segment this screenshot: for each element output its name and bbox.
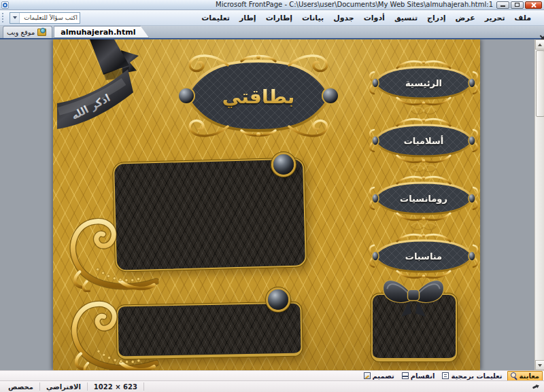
nav-label: رومانسيات (400, 194, 447, 204)
menu-help[interactable]: تعليمات (197, 12, 235, 24)
view-preview-label: معاينة (520, 372, 540, 380)
minimize-icon (500, 5, 505, 7)
document-tab-bar: موقع ويب almuhajerah.html (0, 26, 544, 39)
site-title-text: بطاقتي (222, 86, 294, 108)
side-gem (469, 251, 475, 261)
close-icon (530, 2, 537, 8)
nav-button-romansiyat[interactable]: رومانسيات (367, 175, 480, 221)
side-gem (372, 194, 379, 203)
side-gem (469, 136, 475, 145)
menu-window[interactable]: إطار (235, 12, 261, 24)
side-gem (372, 78, 379, 88)
view-preview-button[interactable]: معاينة (507, 371, 543, 381)
design-view-icon (364, 372, 371, 379)
status-bar: مخصص الافتراضي 1022 × 623 (0, 380, 544, 392)
magnifier-icon (511, 372, 517, 379)
menu-data[interactable]: بيانات (297, 12, 328, 24)
gold-flourish-ornament (61, 285, 162, 370)
close-button[interactable] (525, 1, 542, 9)
view-split-label: انقسام (411, 372, 435, 380)
gift-bow (378, 269, 449, 319)
help-search-box (10, 12, 80, 24)
menu-tools[interactable]: أدوات (359, 12, 390, 24)
window-title: Microsoft FrontPage - C:\Users\user\Docu… (216, 0, 496, 10)
page-preview-canvas: اذكر الله بطاقتي (53, 39, 480, 370)
arrow-up-icon (538, 43, 542, 46)
restore-icon (515, 3, 520, 7)
arrow-down-icon (538, 364, 542, 367)
menu-format[interactable]: تنسيق (390, 12, 422, 24)
view-design-button[interactable]: تصميم (361, 372, 397, 380)
nav-button-home[interactable]: الرئيسية (367, 60, 480, 106)
tab-web-site-label: موقع ويب (7, 29, 35, 36)
gold-motif (407, 105, 441, 117)
menu-edit[interactable]: تحرير (480, 12, 510, 24)
scrollbar-thumb[interactable] (536, 50, 544, 117)
tab-page-label: almuhajerah.html (61, 28, 135, 37)
menu-insert[interactable]: إدراج (422, 12, 450, 24)
nav-label: مناسبات (405, 251, 442, 262)
view-mode-bar: تصميم انقسام تعليمات برمجية معاينة (0, 370, 544, 380)
help-search-dropdown-button[interactable] (10, 13, 20, 23)
web-site-icon (37, 29, 46, 36)
view-code-button[interactable]: تعليمات برمجية (439, 372, 505, 380)
nav-label: الرئيسية (405, 78, 442, 88)
side-gem (372, 136, 379, 145)
view-split-button[interactable]: انقسام (399, 372, 438, 380)
status-default: الافتراضي (40, 382, 88, 391)
tab-web-site[interactable]: موقع ويب (3, 26, 52, 38)
pearl-orb (268, 289, 288, 310)
pearl-orb (273, 154, 294, 175)
side-gem (372, 251, 379, 261)
window-controls (496, 1, 544, 9)
menu-table[interactable]: جدول (328, 12, 359, 24)
status-edit-icon (532, 384, 539, 390)
scroll-down-button[interactable] (535, 360, 544, 370)
nav-button-islamiyat[interactable]: أسلاميات (367, 118, 480, 164)
scroll-up-button[interactable] (535, 39, 544, 50)
gold-flourish-ornament (60, 202, 162, 292)
tab-almuhajerah-html[interactable]: almuhajerah.html (54, 26, 149, 38)
chevron-down-icon (13, 16, 17, 19)
menu-frames[interactable]: إطارات (261, 12, 297, 24)
side-gem (469, 78, 475, 88)
pearl-gem (178, 88, 194, 104)
site-title-plaque: بطاقتي (177, 52, 340, 140)
frontpage-app-icon[interactable] (1, 1, 9, 9)
vertical-scrollbar[interactable] (534, 39, 544, 370)
minimize-button[interactable] (496, 1, 509, 9)
help-search-input[interactable] (20, 13, 80, 23)
restore-button[interactable] (511, 1, 524, 9)
nav-label: أسلاميات (404, 135, 443, 146)
frontpage-window: { "window": { "title": "Microsoft FrontP… (0, 0, 544, 392)
gold-motif (407, 162, 441, 175)
document-area: اذكر الله بطاقتي (0, 39, 544, 370)
split-view-icon (402, 372, 409, 379)
status-custom: مخصص (2, 382, 40, 391)
toolbar-grip-handle[interactable] (1, 12, 5, 23)
title-bar: Microsoft FrontPage - C:\Users\user\Docu… (0, 0, 544, 10)
view-code-label: تعليمات برمجية (451, 372, 502, 380)
status-page-size[interactable]: 1022 × 623 (88, 382, 144, 391)
menu-view[interactable]: عرض (451, 12, 480, 24)
menu-bar: ملف تحرير عرض إدراج تنسيق أدوات جدول بيا… (0, 10, 544, 26)
menu-items: ملف تحرير عرض إدراج تنسيق أدوات جدول بيا… (191, 12, 544, 24)
gold-motif (407, 220, 441, 232)
code-view-icon (442, 372, 449, 379)
black-ribbon-banner: اذكر الله (53, 39, 140, 138)
side-gem (469, 194, 475, 203)
view-design-label: تصميم (373, 372, 394, 380)
menu-file[interactable]: ملف (510, 12, 536, 24)
pearl-gem (322, 88, 339, 104)
